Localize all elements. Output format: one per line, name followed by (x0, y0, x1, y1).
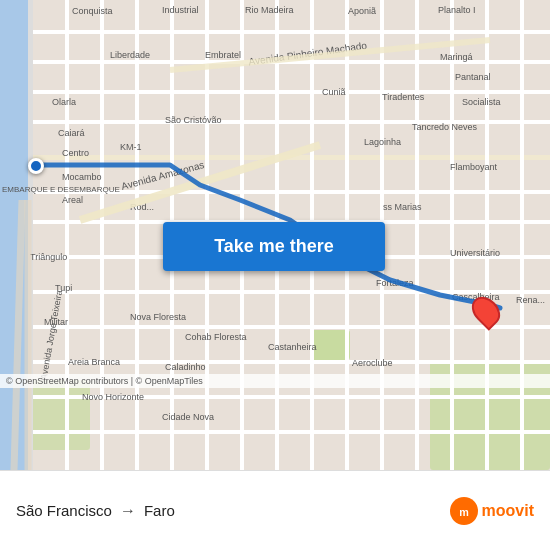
road-h-1 (28, 30, 550, 34)
svg-text:m: m (459, 505, 469, 517)
road-h-12 (28, 430, 550, 434)
road-v-1 (65, 0, 69, 470)
road-main-h (28, 155, 550, 160)
to-location: Faro (144, 502, 175, 519)
moovit-brand-text: moovit (482, 502, 534, 520)
road-v-13 (485, 0, 489, 470)
road-v-14 (520, 0, 524, 470)
road-water-edge (28, 0, 33, 470)
road-v-11 (415, 0, 419, 470)
park-area-3 (310, 330, 350, 360)
road-v-3 (135, 0, 139, 470)
road-h-8 (28, 290, 550, 294)
road-h-3 (28, 90, 550, 94)
destination-marker (474, 295, 498, 327)
map-container: Conquista Industrial Rio Madeira Aponiã … (0, 0, 550, 470)
road-h-5 (28, 190, 550, 194)
road-v-12 (450, 0, 454, 470)
moovit-icon: m (450, 497, 478, 525)
arrow-right-icon: → (120, 502, 136, 520)
water-body (0, 0, 28, 470)
park-area (30, 380, 90, 450)
road-h-4 (28, 120, 550, 124)
take-me-there-button[interactable]: Take me there (163, 222, 385, 271)
from-location: São Francisco (16, 502, 112, 519)
road-v-2 (100, 0, 104, 470)
moovit-logo: m moovit (450, 497, 534, 525)
road-h-11 (28, 395, 550, 399)
road-h-9 (28, 325, 550, 329)
bottom-bar: São Francisco → Faro m moovit (0, 470, 550, 550)
road-h-10 (28, 360, 550, 364)
map-attribution: © OpenStreetMap contributors | © OpenMap… (0, 374, 550, 388)
origin-marker (28, 158, 44, 174)
